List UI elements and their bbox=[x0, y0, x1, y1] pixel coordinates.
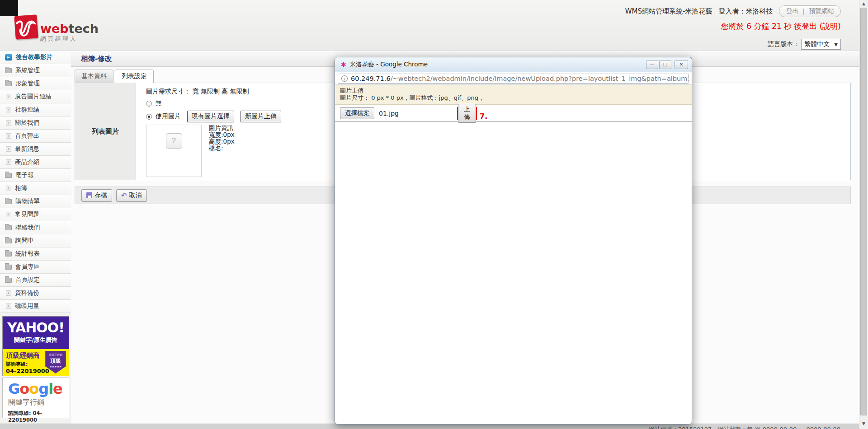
scroll-up-icon[interactable]: ▲ bbox=[859, 0, 868, 7]
upload-heading: 圖片上傳 bbox=[340, 87, 692, 94]
webtech-logo-icon bbox=[14, 14, 38, 39]
sidebar-item-label: 相簿 bbox=[15, 184, 27, 192]
tab-basic-info[interactable]: 基本資料 bbox=[75, 70, 113, 83]
google-ad-subtitle: 關鍵字行銷 bbox=[8, 398, 69, 407]
popup-titlebar[interactable]: ✱ 米洛花藝 - Google Chrome — □ ✕ bbox=[335, 57, 692, 72]
sidebar-item-tutorial-video[interactable]: ▶ 後台教學影片 bbox=[0, 51, 71, 64]
sidebar-item-contact-us[interactable]: 聯絡我們 bbox=[0, 221, 71, 234]
corner-block bbox=[0, 0, 18, 16]
bullet-arrow-icon: › bbox=[6, 146, 11, 152]
sidebar-item-inquiry-cart[interactable]: 詢問車 bbox=[0, 234, 71, 247]
google-logo: Google bbox=[8, 382, 69, 396]
sidebar-item-ad-image-links[interactable]: › 廣告圖片連結 bbox=[0, 90, 71, 103]
bullet-arrow-icon: › bbox=[6, 303, 11, 309]
logo-web: web bbox=[40, 22, 69, 36]
yahoo-ad-top: YAHOO! 關鍵字/原生廣告 bbox=[3, 317, 69, 349]
webtech-logo: webtech 網頁經理人 bbox=[15, 15, 99, 42]
selected-filename: 01.jpg bbox=[379, 110, 399, 117]
language-row: 語言版本： 繁體中文 ▼ bbox=[768, 39, 841, 50]
save-button[interactable]: 存檔 bbox=[81, 189, 112, 202]
radio-none-label[interactable]: 無 bbox=[156, 99, 162, 107]
page-info-icon[interactable]: i bbox=[341, 75, 348, 82]
header: webtech 網頁經理人 WMS網站管理系統-米洛花藝 登入者：米洛科技 登出… bbox=[0, 0, 859, 51]
logout-countdown[interactable]: 您將於 6 分鐘 21 秒 後登出 (說明) bbox=[625, 21, 841, 32]
image-placeholder-button[interactable]: ? bbox=[166, 133, 182, 149]
image-size-requirement: 圖片需求尺寸： 寬 無限制 高 無限制 bbox=[146, 88, 281, 96]
radio-use-image-label[interactable]: 使用圖片 bbox=[156, 112, 181, 121]
bullet-arrow-icon: › bbox=[6, 133, 11, 139]
sidebar-item-about-us[interactable]: › 關於我們 bbox=[0, 117, 71, 130]
minimize-button[interactable]: — bbox=[646, 60, 658, 69]
folder-icon bbox=[5, 199, 12, 204]
sidebar-item-label: 購物清單 bbox=[15, 197, 40, 205]
badge-stars: ★★★★★ bbox=[46, 365, 66, 368]
image-info-filename: 檔名: bbox=[209, 145, 235, 152]
upload-highlight-rect: 上傳 bbox=[457, 107, 477, 120]
sidebar-item-label: 會員專區 bbox=[15, 263, 40, 271]
sidebar-item-disk-usage[interactable]: › 磁碟用量 bbox=[0, 300, 71, 313]
upload-button[interactable]: 上傳 bbox=[458, 104, 476, 123]
sidebar-item-data-backup[interactable]: › 資料備份 bbox=[0, 287, 71, 300]
google-letter: o bbox=[19, 380, 29, 397]
sidebar-item-label: 社群連結 bbox=[15, 106, 39, 114]
image-info-width: 寬度:0px bbox=[209, 131, 235, 138]
sidebar-item-newsletter[interactable]: 電子報 bbox=[0, 169, 71, 182]
language-select[interactable]: 繁體中文 ▼ bbox=[801, 39, 841, 50]
sidebar-item-label: 產品介紹 bbox=[15, 158, 39, 166]
sidebar-item-label: 形象管理 bbox=[15, 79, 40, 88]
logout-label[interactable]: 登出 bbox=[786, 7, 798, 14]
language-label: 語言版本： bbox=[768, 40, 799, 48]
sidebar-item-statistics-report[interactable]: 統計報表 bbox=[0, 247, 71, 261]
yahoo-logo: YAHOO! bbox=[3, 321, 69, 335]
folder-icon bbox=[5, 225, 12, 230]
choose-file-button[interactable]: 選擇檔案 bbox=[340, 107, 374, 119]
cancel-button[interactable]: ↶ 取消 bbox=[116, 189, 147, 202]
radio-none[interactable] bbox=[146, 101, 152, 107]
sidebar-item-label: 詢問車 bbox=[15, 237, 34, 245]
scrollbar-thumb[interactable] bbox=[860, 8, 867, 415]
site-status-text: 網站代號：201500107，網站狀態：無 從 0000-00-00 ～ 000… bbox=[649, 425, 846, 429]
folder-icon bbox=[5, 265, 12, 270]
sidebar-item-album[interactable]: › 相簿 bbox=[0, 182, 71, 195]
google-letter: o bbox=[29, 380, 38, 397]
close-button[interactable]: ✕ bbox=[675, 60, 688, 69]
play-icon: ▶ bbox=[5, 54, 12, 61]
sidebar-item-label: 後台教學影片 bbox=[16, 53, 52, 61]
sidebar-item-product-intro[interactable]: › 產品介紹 bbox=[0, 156, 71, 169]
badge-main-text: 頂級 bbox=[46, 357, 66, 365]
bullet-arrow-icon: › bbox=[6, 186, 11, 191]
tab-list-settings[interactable]: 列表設定 bbox=[115, 70, 154, 83]
logo-subtitle: 網頁經理人 bbox=[40, 36, 99, 42]
sidebar-item-label: 磁碟用量 bbox=[15, 302, 39, 310]
sidebar-item-homepage-popup[interactable]: › 首頁彈出 bbox=[0, 130, 71, 143]
logo-text: webtech 網頁經理人 bbox=[40, 23, 99, 42]
url-box[interactable]: i 60.249.71.6/~webtech2/webadmin/include… bbox=[338, 74, 689, 84]
sidebar-item-image-management[interactable]: 形象管理 bbox=[0, 77, 71, 90]
new-image-upload-button[interactable]: 新圖片上傳 bbox=[241, 111, 281, 122]
sidebar-item-label: 關於我們 bbox=[15, 119, 39, 127]
url-path: /~webtech2/webadmin/include/image/newUpl… bbox=[391, 75, 689, 82]
google-letter: l bbox=[48, 380, 53, 397]
radio-use-image[interactable] bbox=[146, 114, 152, 120]
sidebar-item-faq[interactable]: › 常見問題 bbox=[0, 208, 71, 221]
maximize-button[interactable]: □ bbox=[659, 60, 671, 69]
sidebar-item-latest-news[interactable]: › 最新消息 bbox=[0, 143, 71, 156]
bullet-arrow-icon: › bbox=[6, 120, 11, 126]
folder-icon bbox=[5, 252, 12, 256]
sidebar-item-shopping-list[interactable]: 購物清單 bbox=[0, 195, 71, 208]
sidebar-item-system-management[interactable]: 系統管理 bbox=[0, 64, 71, 77]
sidebar-item-social-links[interactable]: › 社群連結 bbox=[0, 103, 71, 117]
sidebar-item-member-area[interactable]: 會員專區 bbox=[0, 261, 71, 274]
yahoo-ad-banner[interactable]: YAHOO! 關鍵字/原生廣告 頂級經銷商 諮詢專線: 04-22019000 … bbox=[2, 316, 69, 376]
vertical-scrollbar[interactable]: ▲ ▼ bbox=[859, 0, 868, 429]
scroll-down-icon[interactable]: ▼ bbox=[859, 420, 868, 427]
logout-preview-button[interactable]: 登出 ｜ 預覽網站 bbox=[779, 5, 841, 17]
popup-title: 米洛花藝 - Google Chrome bbox=[350, 61, 646, 69]
pill-divider: ｜ bbox=[801, 7, 807, 14]
sidebar-item-homepage-settings[interactable]: 首頁設定 bbox=[0, 274, 71, 287]
list-image-label: 列表圖片 bbox=[92, 127, 119, 136]
step-7-marker: 7. bbox=[480, 112, 487, 121]
google-ad-banner[interactable]: Google 關鍵字行銷 諮詢專線: 04-22019000 bbox=[2, 378, 69, 418]
preview-site-label[interactable]: 預覽網站 bbox=[809, 7, 834, 14]
existing-image-select-button[interactable]: 現有圖片選擇 bbox=[187, 111, 234, 122]
